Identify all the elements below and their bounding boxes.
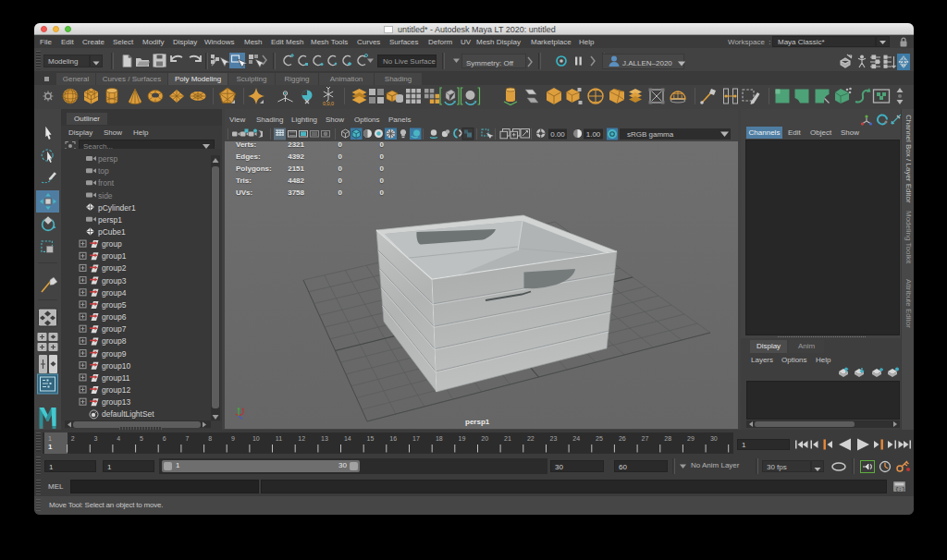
svg-text:14: 14 (344, 435, 351, 442)
svg-text:side: side (98, 191, 113, 201)
svg-text:{;}: {;} (895, 486, 905, 493)
svg-text:defaultLightSet: defaultLightSet (102, 409, 154, 419)
svg-text:0.00: 0.00 (550, 130, 565, 139)
svg-text:group11: group11 (102, 373, 130, 383)
svg-text:1: 1 (48, 435, 52, 442)
svg-text:20: 20 (481, 435, 488, 442)
svg-text:group3: group3 (102, 276, 127, 286)
svg-text:group13: group13 (102, 397, 130, 407)
svg-text:1.00: 1.00 (586, 130, 601, 139)
svg-text:sRGB gamma: sRGB gamma (627, 130, 674, 139)
svg-text:group12: group12 (102, 385, 130, 395)
svg-text:16: 16 (389, 435, 397, 442)
svg-text:pCylinder1: pCylinder1 (98, 203, 136, 213)
svg-text:0,0,0: 0,0,0 (323, 101, 334, 106)
svg-text:4: 4 (117, 435, 120, 442)
svg-text:24: 24 (572, 435, 580, 442)
svg-text:29: 29 (687, 435, 695, 442)
svg-text:17: 17 (412, 435, 420, 442)
svg-text:persp1: persp1 (98, 215, 122, 225)
svg-text:8: 8 (208, 435, 212, 442)
svg-text:9: 9 (231, 435, 235, 442)
svg-text:15: 15 (367, 435, 375, 442)
svg-text:group1: group1 (102, 251, 127, 261)
svg-text:group9: group9 (102, 349, 127, 359)
svg-text:23: 23 (550, 435, 558, 442)
svg-text:11: 11 (276, 435, 282, 442)
svg-text:27: 27 (642, 435, 649, 442)
svg-text:persp: persp (98, 154, 118, 164)
svg-text:12: 12 (298, 435, 305, 442)
svg-text:group8: group8 (102, 336, 127, 346)
svg-text:group4: group4 (102, 288, 127, 298)
svg-text:19: 19 (459, 435, 466, 442)
svg-text:5: 5 (140, 435, 143, 442)
svg-text:pCube1: pCube1 (98, 227, 126, 237)
svg-text:3: 3 (94, 435, 98, 442)
svg-text:7: 7 (186, 435, 190, 442)
svg-text:2: 2 (71, 435, 75, 442)
svg-text:28: 28 (664, 435, 671, 442)
svg-text:21: 21 (504, 435, 511, 442)
svg-text:10: 10 (252, 435, 260, 442)
svg-text:26: 26 (619, 435, 626, 442)
svg-text:30: 30 (710, 435, 718, 442)
svg-text:22: 22 (527, 435, 535, 442)
svg-text:13: 13 (321, 435, 328, 442)
svg-text:6: 6 (163, 435, 166, 442)
svg-text:18: 18 (436, 435, 443, 442)
svg-text:group10: group10 (102, 361, 130, 371)
svg-text:group2: group2 (102, 263, 127, 273)
svg-text:25: 25 (596, 435, 603, 442)
svg-text:group: group (102, 239, 122, 249)
svg-text:group5: group5 (102, 300, 127, 310)
svg-text:group6: group6 (102, 312, 127, 322)
svg-text:front: front (98, 178, 115, 188)
svg-text:top: top (98, 166, 109, 176)
svg-text:group7: group7 (102, 324, 127, 334)
